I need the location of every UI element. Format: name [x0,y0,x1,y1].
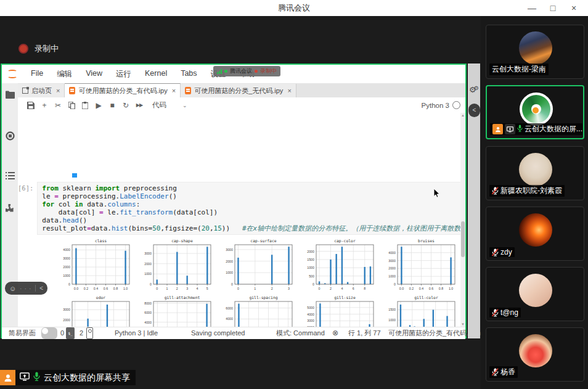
file-browser-icon[interactable] [2,91,18,99]
terminal-icon[interactable]: $_ [66,327,75,339]
svg-text:2000: 2000 [144,262,152,266]
participant-tile-杨香[interactable]: 杨香 [486,327,584,382]
participant-tile-zdy[interactable]: zdy [486,207,584,261]
svg-text:0.4: 0.4 [419,287,423,290]
copy-cells-button[interactable] [65,101,78,110]
simple-interface-toggle[interactable] [41,327,57,339]
tab-可使用菌菇的分类_有代码.ipy[interactable]: 可使用菌菇的分类_有代码.ipy× [65,83,181,97]
avatar [519,31,552,65]
recording-label: 录制中 [35,43,59,54]
svg-text:3000: 3000 [144,252,152,255]
collapsed-cell-marker[interactable] [72,173,77,178]
kernel-name[interactable]: Python 3 [422,102,449,109]
participant-tile-新疆农职院-刘素霞[interactable]: 新疆农职院-刘素霞 [486,146,584,200]
svg-text:3: 3 [288,287,290,290]
histogram-class: class010002000300040000.00.20.40.60.81.0 [50,237,131,294]
menu-item-View[interactable]: View [79,69,109,80]
avatar [519,153,552,186]
menu-item-Tabs[interactable]: Tabs [174,69,203,80]
code-cell[interactable]: [6]: from sklearn import preprocessingle… [18,182,465,235]
tab-close-icon[interactable]: × [172,87,176,94]
menu-item-Kernel[interactable]: Kernel [138,69,174,80]
run-cell-button[interactable]: ▶ [92,101,105,110]
participant-tile-t@ng[interactable]: t@ng [486,267,584,321]
window-title: 腾讯会议 [0,0,588,16]
mode-indicator[interactable]: 模式: Command [276,327,325,339]
svg-text:4: 4 [196,287,198,290]
scroll-up-icon[interactable]: ▲ [460,113,465,117]
collapse-panel-button[interactable]: < [468,104,480,117]
svg-text:1: 1 [166,287,168,290]
svg-text:2000: 2000 [63,265,70,269]
muted-mic-icon [492,368,499,376]
svg-text:2000: 2000 [307,250,314,253]
histogram-odor: odor010002000300002468 [50,294,131,327]
cursor-position[interactable]: 行 1, 列 77 [348,327,381,339]
kernel-sessions-icon[interactable] [86,327,93,339]
save-button[interactable] [24,101,38,110]
notification-icon[interactable]: ⊗ [332,327,338,339]
mic-active-dot-icon [224,70,227,73]
kernel-status-text[interactable]: Python 3 | Idle [115,327,158,339]
collapse-pill-icon[interactable]: < [39,285,43,292]
extensions-icon[interactable] [2,204,18,213]
tab-close-icon[interactable]: × [287,87,291,94]
close-button[interactable]: × [563,3,584,13]
interrupt-kernel-button[interactable]: ■ [105,101,119,110]
meeting-titlebar: 腾讯会议 — □ × [0,0,588,16]
run-all-button[interactable]: ▶▶ [133,102,146,108]
maximize-button[interactable]: □ [542,3,563,13]
svg-text:0.0: 0.0 [74,287,78,290]
tab-close-icon[interactable]: × [56,87,60,94]
code-editor[interactable]: from sklearn import preprocessingle = pr… [37,182,465,235]
table-of-contents-icon[interactable] [2,172,18,179]
code-line: data.head() [42,216,465,224]
gear-icon[interactable]: ⚙⚙ [469,85,481,94]
svg-text:3000: 3000 [307,319,314,322]
paste-cells-button[interactable] [78,101,92,110]
participant-name: 云创大数据-梁南 [492,64,546,75]
screen-share-banner: 云创大数据的屏幕共享 [0,370,136,385]
avatar [519,274,552,307]
menu-item-编辑[interactable]: 编辑 [50,69,79,80]
tab-label: 可使用菌菇的分类_有代码.ipy [78,86,167,96]
cut-cells-button[interactable]: ✂ [51,101,65,110]
svg-text:0.2: 0.2 [84,287,88,290]
svg-text:2: 2 [176,287,178,290]
tab-可使用菌菇的分类_无代码.ipy[interactable]: 可使用菌菇的分类_无代码.ipy× [181,84,296,97]
avatar [519,334,552,367]
svg-text:bruises: bruises [418,239,435,244]
histogram-output-grid: class010002000300040000.00.20.40.60.81.0… [50,237,457,327]
scrollbar-thumb[interactable] [461,221,465,257]
svg-text:1.0: 1.0 [449,287,453,290]
restart-kernel-button[interactable]: ↻ [119,101,133,110]
running-kernels-icon[interactable] [2,131,18,141]
menu-item-运行[interactable]: 运行 [109,69,138,80]
notebook-scrollbar[interactable]: ▲ ▼ [460,113,465,327]
emoji-quick-pill[interactable]: ☺ · · · < [5,282,47,295]
minimize-button[interactable]: — [521,3,542,13]
participant-name-badge: 云创大数据-梁南 [489,63,549,75]
svg-text:3000: 3000 [63,256,70,260]
svg-text:2: 2 [271,287,273,290]
svg-text:6000: 6000 [144,311,152,314]
tab-启动页[interactable]: 启动页× [18,84,65,97]
meeting-float-statusbar[interactable]: 腾讯会议 录制中 [213,66,280,76]
svg-text:2000: 2000 [63,318,70,322]
svg-text:1500: 1500 [307,258,314,261]
svg-text:6: 6 [353,287,354,290]
add-cell-button[interactable]: + [38,101,51,110]
scroll-down-icon[interactable]: ▼ [460,322,465,326]
participant-tile-云创大数据-梁南[interactable]: 云创大数据-梁南 [486,25,584,79]
cell-type-dropdown[interactable]: 代码 [152,100,166,110]
svg-text:1000: 1000 [307,266,314,269]
svg-text:0.8: 0.8 [439,287,443,290]
svg-text:4000: 4000 [307,313,314,316]
launcher-icon [22,88,28,94]
svg-text:0: 0 [231,282,233,286]
svg-text:gill-size: gill-size [334,295,356,300]
participant-tile-云创大数据的屏...[interactable]: 云创大数据的屏... [486,85,584,139]
menu-item-File[interactable]: File [24,69,50,80]
notebook-content: [6]: from sklearn import preprocessingle… [18,113,465,327]
svg-text:0: 0 [237,287,239,290]
